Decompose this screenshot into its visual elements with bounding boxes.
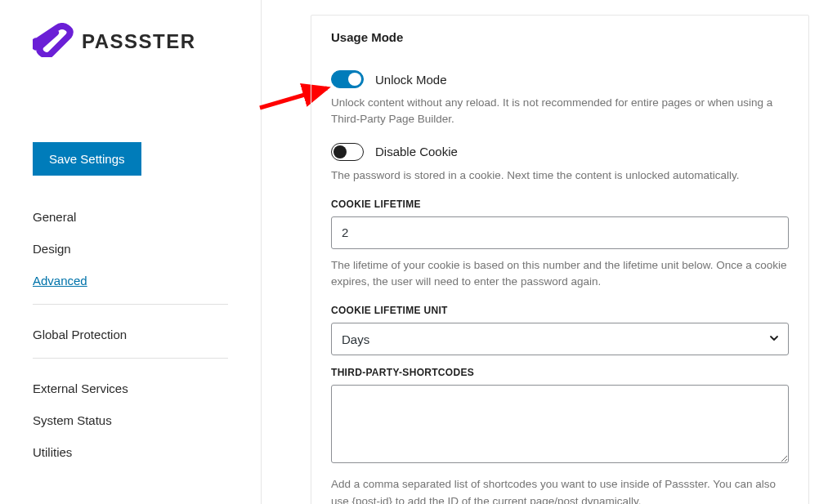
- unlock-mode-toggle[interactable]: [331, 70, 364, 88]
- disable-cookie-help: The password is stored in a cookie. Next…: [331, 167, 789, 184]
- cookie-unit-label: COOKIE LIFETIME UNIT: [331, 305, 789, 316]
- sidebar-item-advanced[interactable]: Advanced: [33, 274, 228, 288]
- brand-name: PASSSTER: [82, 30, 196, 53]
- cookie-unit-select[interactable]: Days: [331, 323, 789, 355]
- shortcodes-label: THIRD-PARTY-SHORTCODES: [331, 367, 789, 378]
- passster-logo-icon: [33, 23, 77, 60]
- usage-mode-card: Usage Mode Unlock Mode Unlock content wi…: [311, 15, 809, 504]
- sidebar-item-design[interactable]: Design: [33, 242, 228, 256]
- shortcodes-help: Add a comma separated list of shortcodes…: [331, 476, 789, 504]
- unlock-mode-help: Unlock content without any reload. It is…: [331, 95, 789, 128]
- cookie-lifetime-input[interactable]: [331, 216, 789, 249]
- sidebar-nav: General Design Advanced Global Protectio…: [33, 210, 228, 475]
- cookie-lifetime-help: The lifetime of your cookie is based on …: [331, 257, 789, 291]
- sidebar-item-system-status[interactable]: System Status: [33, 413, 228, 427]
- sidebar-item-utilities[interactable]: Utilities: [33, 445, 228, 459]
- save-settings-button[interactable]: Save Settings: [33, 142, 141, 176]
- card-title: Usage Mode: [311, 16, 808, 59]
- shortcodes-textarea[interactable]: [331, 385, 789, 463]
- disable-cookie-toggle[interactable]: [331, 143, 364, 161]
- sidebar: PASSSTER Save Settings General Design Ad…: [0, 0, 262, 504]
- cookie-lifetime-label: COOKIE LIFETIME: [331, 198, 789, 210]
- sidebar-item-external-services[interactable]: External Services: [33, 381, 228, 395]
- brand-logo: PASSSTER: [33, 23, 228, 60]
- disable-cookie-label: Disable Cookie: [375, 145, 458, 158]
- main-content: Usage Mode Unlock Mode Unlock content wi…: [311, 15, 809, 504]
- unlock-mode-label: Unlock Mode: [375, 73, 447, 87]
- sidebar-item-global-protection[interactable]: Global Protection: [33, 328, 228, 341]
- sidebar-item-general[interactable]: General: [33, 210, 228, 224]
